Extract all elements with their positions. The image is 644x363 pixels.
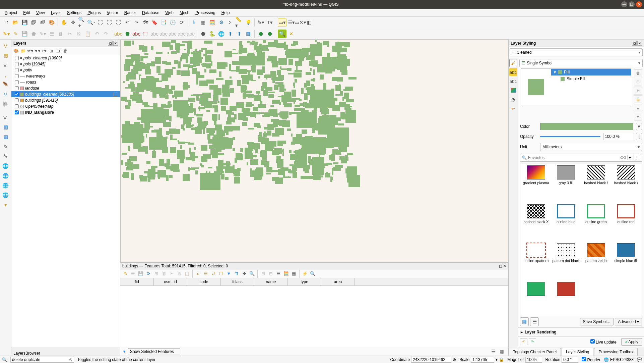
- zoom-next-icon[interactable]: ↷: [132, 18, 141, 27]
- label-toolbar-7-icon[interactable]: abc: [168, 30, 177, 38]
- table-column-header[interactable]: name: [254, 278, 288, 286]
- open-project-icon[interactable]: 📂: [11, 18, 20, 27]
- save-project-icon[interactable]: 💾: [20, 18, 29, 27]
- add-raster-icon[interactable]: ▦: [1, 51, 10, 60]
- style-search-input[interactable]: [528, 155, 619, 160]
- style-gallery-item[interactable]: outline green: [582, 204, 610, 241]
- layer-item[interactable]: pofw: [11, 67, 120, 73]
- reload-table-icon[interactable]: ⟳: [145, 270, 152, 277]
- save-edits-attr-icon[interactable]: 💾: [137, 270, 144, 277]
- style-gallery-item[interactable]: simple blue fill: [613, 243, 640, 279]
- new-geopackage-icon[interactable]: ▦: [1, 122, 10, 132]
- add-feature-icon[interactable]: ⬟: [29, 30, 38, 38]
- apply-button[interactable]: ✔Apply: [621, 338, 642, 346]
- layers-panel-close-icon[interactable]: ✕: [113, 41, 118, 46]
- tag-filter-icon[interactable]: ▾: [627, 155, 631, 160]
- plugin-6-icon[interactable]: 🔍: [278, 30, 286, 38]
- tab-layer-styling[interactable]: Layer Styling: [562, 348, 593, 356]
- style-gallery-item[interactable]: hashed black \: [613, 165, 640, 202]
- style-gallery-item[interactable]: outline blue: [553, 204, 580, 241]
- scale-input[interactable]: [471, 357, 494, 363]
- modify-attrs-icon[interactable]: ☰: [47, 30, 56, 38]
- new-project-icon[interactable]: 🗋: [2, 18, 11, 27]
- new-vector-icon[interactable]: ✎: [1, 142, 10, 151]
- filter-selection-icon[interactable]: ▼: [225, 270, 233, 277]
- layer-item[interactable]: landuse: [11, 85, 120, 91]
- delete-feature-attr-icon[interactable]: 🗑: [160, 270, 168, 277]
- layer-visibility-checkbox[interactable]: [15, 68, 19, 72]
- color-dd-icon[interactable]: ▾: [636, 123, 642, 130]
- layer-item[interactable]: OpenStreetMap: [11, 103, 120, 109]
- menu-mesh[interactable]: Mesh: [177, 9, 192, 16]
- layer-styling-layer-combo[interactable]: ▱Cleaned: [510, 48, 643, 56]
- table-column-header[interactable]: fid: [120, 278, 154, 286]
- layer-visibility-checkbox[interactable]: [15, 80, 19, 84]
- statistics-icon[interactable]: Σ: [226, 18, 235, 27]
- form-view-icon[interactable]: ☰: [489, 347, 498, 356]
- pan-to-selection-icon[interactable]: ✥: [69, 18, 77, 27]
- zoom-in-icon[interactable]: 🔍+: [78, 18, 86, 27]
- dock-attr-icon[interactable]: 🔍: [309, 270, 316, 277]
- current-edits-icon[interactable]: ✎▾: [2, 30, 11, 38]
- label-toolbar-5-icon[interactable]: abc: [150, 30, 159, 38]
- add-csv-icon[interactable]: ,: [1, 70, 10, 80]
- new-shapefile-icon[interactable]: V.: [1, 113, 10, 122]
- label-toolbar-8-icon[interactable]: abc: [177, 30, 186, 38]
- toggle-edit-attr-icon[interactable]: ✎: [122, 270, 129, 277]
- locator-input[interactable]: delete duplicate⊗: [10, 357, 74, 363]
- history-tab-icon[interactable]: ↩: [509, 104, 517, 112]
- table-column-header[interactable]: code: [187, 278, 221, 286]
- label-toolbar-9-icon[interactable]: abc: [186, 30, 195, 38]
- new-print-layout-icon[interactable]: 🗐: [29, 18, 38, 27]
- layer-rendering-label[interactable]: Layer Rendering: [525, 330, 557, 334]
- table-column-header[interactable]: type: [288, 278, 321, 286]
- add-group-icon[interactable]: 📁: [20, 48, 26, 54]
- menu-project[interactable]: Project: [2, 9, 20, 16]
- add-symbol-layer-icon[interactable]: ⊕: [634, 69, 642, 77]
- menu-view[interactable]: View: [34, 9, 48, 16]
- new-field-icon[interactable]: ⊞: [259, 270, 267, 277]
- menu-database[interactable]: Database: [139, 9, 162, 16]
- refresh-icon[interactable]: ⟳: [177, 18, 186, 27]
- zoom-to-layer-icon[interactable]: ⛶: [114, 18, 123, 27]
- layer-item[interactable]: pois_cleaned [19809]: [11, 55, 120, 61]
- expand-layer-rendering-icon[interactable]: ▸: [521, 330, 523, 334]
- label-toolbar-4-icon[interactable]: ⬚: [141, 30, 150, 38]
- layer-visibility-checkbox[interactable]: [15, 74, 19, 78]
- plugin-4-icon[interactable]: ⬣: [256, 30, 265, 38]
- menu-plugins[interactable]: Plugins: [85, 9, 103, 16]
- add-virtual-icon[interactable]: V: [1, 90, 10, 99]
- layer-visibility-checkbox[interactable]: [15, 98, 19, 102]
- style-manager-open-icon[interactable]: ⋮: [634, 155, 640, 160]
- labels-tab-icon[interactable]: abc: [509, 68, 517, 76]
- remove-layer-icon[interactable]: 🗑: [62, 48, 69, 54]
- toggle-editing-icon[interactable]: ✎: [11, 30, 20, 38]
- add-wfs-icon[interactable]: 🌐: [1, 171, 10, 180]
- filter-legend-icon[interactable]: ▼▾: [34, 48, 41, 54]
- symbol-layer-simple-fill[interactable]: Simple Fill: [567, 76, 585, 81]
- style-gallery-item[interactable]: pattern zelda: [582, 243, 610, 279]
- processing-toolbox-icon[interactable]: ⚙: [217, 18, 226, 27]
- layer-visibility-checkbox[interactable]: [15, 56, 19, 60]
- lock-symbol-layer-icon[interactable]: 🔒: [634, 95, 642, 103]
- crs-button[interactable]: 🌐EPSG:24383: [604, 357, 634, 362]
- layer-styling-undock-icon[interactable]: ◻: [632, 41, 637, 46]
- masks-tab-icon[interactable]: abc: [509, 77, 517, 85]
- text-annotation-icon[interactable]: T▾: [265, 18, 274, 27]
- copy-attr-icon[interactable]: ⎘: [176, 270, 183, 277]
- tab-topology-checker[interactable]: Topology Checker Panel: [509, 348, 561, 356]
- expand-all-icon[interactable]: ⊞: [48, 48, 55, 54]
- add-spatialite-icon[interactable]: 🪶: [1, 80, 10, 89]
- paste-features-icon[interactable]: 📋: [83, 30, 92, 38]
- table-view-icon[interactable]: ▦: [498, 347, 506, 356]
- style-gallery-item[interactable]: gradient plasma: [522, 165, 550, 202]
- delete-field-icon[interactable]: ⊟: [267, 270, 274, 277]
- show-bookmarks-icon[interactable]: 📑: [159, 18, 168, 27]
- manage-visibility-icon[interactable]: 👁▾: [27, 48, 34, 54]
- map-tips-icon[interactable]: 💡: [244, 18, 253, 27]
- temporal-controller-icon[interactable]: 🕓: [168, 18, 177, 27]
- add-oracle-icon[interactable]: ▾: [1, 200, 10, 210]
- style-gallery-item[interactable]: [553, 282, 580, 314]
- new-spatialite-icon[interactable]: ▦: [1, 132, 10, 142]
- expression-filter-icon[interactable]: ε▾: [41, 48, 48, 54]
